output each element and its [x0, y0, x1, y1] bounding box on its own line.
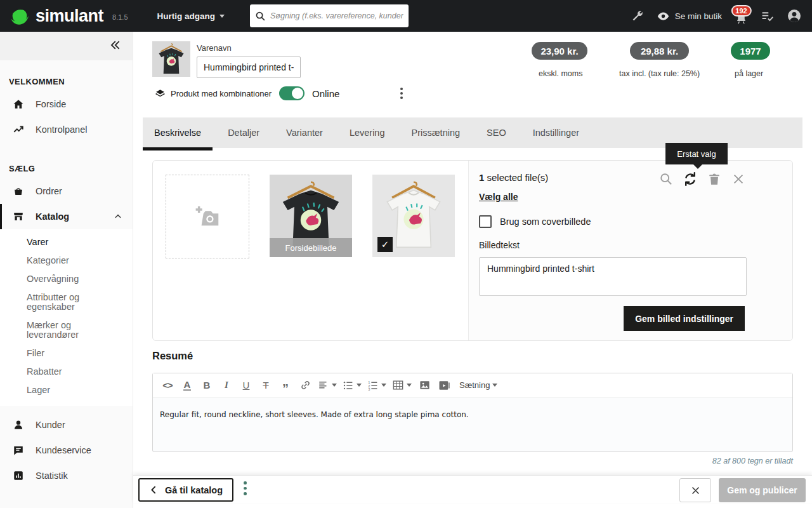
delete-image-button[interactable] [706, 171, 723, 187]
view-shop-link[interactable]: Se min butik [657, 10, 722, 23]
submenu-item-kategorier[interactable]: Kategorier [0, 251, 133, 270]
paragraph-format-dropdown[interactable]: Sætning [459, 377, 497, 394]
tab-varianter[interactable]: Varianter [275, 117, 334, 148]
numbered-list-dropdown[interactable]: 1 2 3 [367, 377, 386, 394]
sidebar-item-ordrer[interactable]: Ordrer [0, 178, 133, 204]
image-icon [419, 379, 431, 391]
text-color-button[interactable]: A [180, 377, 194, 394]
camera-plus-icon [193, 204, 221, 229]
price-excl-label: ekskl. moms [539, 69, 582, 78]
account-avatar-icon[interactable] [787, 8, 802, 23]
chevron-up-icon [114, 212, 122, 221]
price-excl-badge: 23,90 kr. [532, 42, 587, 60]
combinations-layers-icon [155, 88, 166, 99]
use-as-cover-row[interactable]: Brug som coverbillede [479, 215, 591, 228]
gallery-image-cover[interactable]: Forsidebillede [270, 175, 352, 257]
summary-title: Resumé [152, 350, 193, 362]
brand-name: simulant [36, 6, 103, 26]
footer-more-menu-icon[interactable] [244, 481, 247, 495]
tab-detaljer[interactable]: Detaljer [216, 117, 271, 148]
blockquote-button[interactable]: ” [278, 377, 292, 394]
italic-button[interactable]: I [219, 377, 233, 394]
submenu-item-varer[interactable]: Varer [0, 233, 133, 251]
zoom-image-button[interactable] [658, 171, 674, 187]
submenu-item-filer[interactable]: Filer [0, 344, 133, 363]
basket-icon [13, 185, 24, 197]
replace-selection-button[interactable] [682, 171, 698, 187]
submenu-item-overvaagning[interactable]: Overvågning [0, 270, 133, 288]
sidebar-item-kundeservice[interactable]: Kundeservice [0, 438, 133, 463]
align-dropdown[interactable] [318, 377, 337, 394]
submenu-item-attributter[interactable]: Attributter og egenskaber [0, 288, 121, 316]
sidebar-header [0, 32, 133, 60]
toggle-knob [292, 88, 303, 99]
submenu-item-rabatter[interactable]: Rabatter [0, 363, 133, 381]
tab-prissaetning[interactable]: Prissætning [400, 117, 472, 148]
underline-button[interactable]: U [239, 377, 253, 394]
online-toggle[interactable] [279, 86, 304, 100]
sidebar-item-statistik[interactable]: Statistik [0, 463, 133, 488]
sidebar-item-kunder[interactable]: Kunder [0, 412, 133, 438]
add-image-dropzone[interactable] [166, 175, 249, 258]
trash-icon [707, 172, 721, 186]
strikethrough-button[interactable]: T [259, 377, 273, 394]
debug-wrench-icon[interactable] [631, 10, 644, 22]
cover-checkbox[interactable] [479, 215, 492, 228]
sidebar-item-kontrolpanel[interactable]: Kontrolpanel [0, 117, 133, 142]
price-incl-badge: 29,88 kr. [630, 42, 689, 60]
bold-button[interactable]: B [200, 377, 214, 394]
selected-files-info: 1 selected file(s) [479, 172, 548, 183]
image-selected-checkbox[interactable]: ✓ [377, 237, 393, 252]
save-image-settings-button[interactable]: Gem billed indstillinger [624, 306, 745, 331]
stock-badge: 1977 [731, 42, 770, 60]
tab-seo[interactable]: SEO [475, 117, 518, 148]
chevron-down-icon [357, 384, 362, 387]
chat-icon [13, 444, 24, 456]
bullet-list-dropdown[interactable] [343, 377, 362, 394]
tab-beskrivelse[interactable]: Beskrivelse [143, 117, 213, 148]
footer-action-bar: Gå til katalog Gem og publicer [133, 475, 812, 503]
tshirt-thumb-image [152, 41, 190, 77]
code-view-button[interactable]: <> [160, 377, 174, 394]
product-type-label: Produkt med kombinationer [171, 89, 272, 98]
footer-close-button[interactable] [679, 478, 711, 502]
tab-indstillinger[interactable]: Indstillinger [521, 117, 591, 148]
tab-levering[interactable]: Levering [338, 117, 396, 148]
global-search[interactable] [250, 4, 409, 27]
save-and-publish-button[interactable]: Gem og publicer [719, 478, 806, 502]
replace-selection-tooltip: Erstat valg [665, 143, 728, 164]
chevron-down-icon [332, 384, 337, 387]
back-to-catalog-button[interactable]: Gå til katalog [138, 478, 233, 502]
align-left-icon [318, 380, 329, 391]
caption-textarea[interactable]: Hummingbird printed t-shirt [479, 257, 747, 296]
close-selection-button[interactable] [730, 171, 747, 187]
product-header-menu-icon[interactable] [400, 88, 403, 99]
quick-access-menu[interactable]: Hurtig adgang [157, 11, 225, 21]
notifications-button[interactable]: 192 [735, 8, 748, 25]
close-icon [731, 172, 745, 186]
search-input[interactable] [270, 11, 403, 20]
sidebar-item-forside[interactable]: Forside [0, 91, 133, 117]
link-button[interactable] [298, 377, 312, 394]
product-name-input[interactable] [197, 57, 301, 78]
chevron-down-icon [407, 384, 412, 387]
summary-editor: <> A B I U T ” [152, 373, 793, 452]
submenu-item-lager[interactable]: Lager [0, 381, 133, 399]
home-icon [13, 98, 24, 110]
submenu-item-maerker[interactable]: Mærker og leverandører [0, 316, 133, 344]
gallery-image-selected[interactable]: ✓ [372, 175, 455, 257]
insert-image-button[interactable] [417, 377, 431, 394]
collapse-sidebar-icon[interactable] [108, 39, 121, 51]
sidebar-item-katalog[interactable]: Katalog [0, 204, 133, 229]
insert-media-button[interactable] [437, 377, 451, 394]
bar-chart-icon [13, 470, 24, 481]
activity-list-icon[interactable] [761, 10, 774, 23]
sidebar-section-sell: SÆLG [0, 142, 133, 178]
select-all-link[interactable]: Vælg alle [479, 192, 518, 202]
summary-content[interactable]: Regular fit, round neckline, short sleev… [153, 398, 792, 432]
trending-up-icon [13, 124, 24, 135]
store-icon [13, 211, 24, 222]
search-icon [255, 11, 266, 22]
notification-count-badge: 192 [731, 5, 751, 17]
table-dropdown[interactable] [392, 377, 412, 394]
